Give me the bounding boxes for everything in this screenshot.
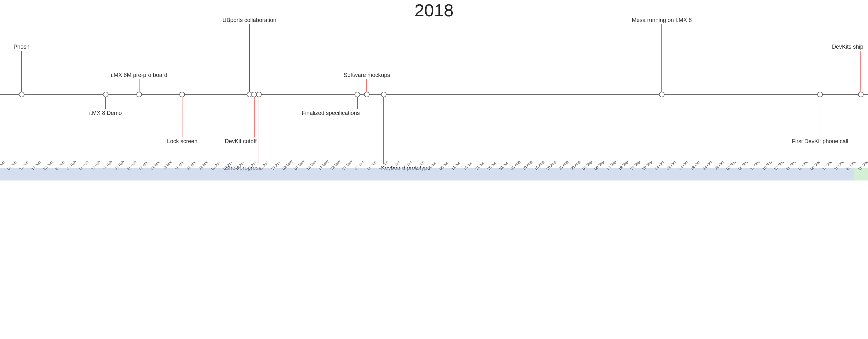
axis-tick: 23 Dec [845, 160, 857, 171]
axis-tick: 01 Feb [66, 160, 78, 171]
axis-tick: 29 Sep [641, 160, 653, 171]
axis-tick: 20 Aug [546, 160, 557, 171]
axis-tick: 23 Mar [186, 160, 197, 171]
event-label: Lock screen [167, 138, 197, 145]
axis-tick: 24 Sep [629, 160, 641, 171]
event-label: DevKit cutoff [225, 138, 257, 145]
axis-tick: 19 Sep [618, 160, 629, 171]
event-stem [105, 97, 106, 109]
event-label: Software mockups [344, 72, 390, 79]
axis-tick: 01 Jul [427, 161, 437, 171]
axis-tick: 25 Aug [558, 160, 569, 171]
event-marker [179, 92, 185, 97]
event-marker [19, 92, 25, 97]
axis-tick: 05 Aug [510, 160, 521, 171]
axis-tick: 27 Apr [270, 160, 281, 171]
event-label: UBports collaboration [222, 17, 276, 24]
axis-tick: 22 Apr [258, 160, 269, 171]
axis-tick: 12 Jan [18, 160, 29, 171]
axis-tick: 14 Oct [678, 160, 689, 171]
event-label: i.MX 8M pre-pro board [111, 72, 167, 79]
axis-tick: 23 Nov [773, 160, 785, 171]
axis-tick: 13 Nov [749, 160, 761, 171]
axis-tick: 03 Dec [797, 160, 809, 171]
axis-tick: 27 May [341, 159, 353, 171]
axis-tick: 04 Oct [654, 160, 665, 171]
axis-tick: 06 Jul [438, 161, 449, 171]
axis-tick: 03 Nov [725, 160, 737, 171]
event-label: First DevKit phone call [792, 138, 848, 145]
event-label: Mesa running on I.MX 8 [632, 17, 692, 24]
event-marker [659, 92, 664, 97]
axis-tick: 06 Feb [78, 160, 89, 171]
axis-tick: 18 Dec [833, 160, 845, 171]
axis-tick: 08 Mar [150, 160, 161, 171]
axis-tick: 26 Feb [126, 160, 137, 171]
chart-title: 2018 [0, 0, 868, 20]
axis-tick: 10 Aug [522, 160, 533, 171]
axis-tick: 13 Dec [821, 160, 833, 171]
axis-tick: 28 Dec [857, 160, 868, 171]
axis-tick: 14 Sep [606, 160, 617, 171]
event-stem [861, 51, 861, 92]
event-marker [381, 92, 386, 97]
event-stem [182, 97, 182, 138]
axis-tick: 06 Jun [366, 160, 377, 171]
axis-tick: 02 Apr [210, 160, 221, 171]
axis-tick: 17 May [317, 159, 330, 171]
event-stem [661, 24, 662, 92]
event-marker [858, 92, 864, 97]
axis-tick: 13 Mar [162, 160, 173, 171]
axis-tick: 28 Mar [198, 160, 209, 171]
axis-tick: 18 Mar [174, 160, 185, 171]
axis-tick: 26 Jul [487, 161, 497, 171]
axis-tick: 21 Jul [474, 161, 485, 171]
event-marker [364, 92, 370, 97]
axis-tick: 07 Jan [6, 160, 17, 171]
axis-tick: 22 May [330, 159, 341, 171]
event-label: DevKits ship [832, 44, 863, 50]
axis-tick: 09 Oct [666, 160, 677, 171]
axis-tick: 08 Nov [737, 160, 749, 171]
axis-tick: 11 Feb [90, 160, 101, 171]
event-stem [383, 97, 384, 164]
event-stem [254, 97, 254, 138]
axis-tick: 24 Oct [702, 160, 713, 171]
axis-tick: 21 Feb [114, 160, 125, 171]
axis-tick: 03 Mar [138, 160, 149, 171]
axis-tick: 27 Jan [54, 160, 65, 171]
event-marker [136, 92, 142, 97]
axis-tick: 07 May [293, 159, 305, 171]
axis-tick: 04 Sep [582, 160, 593, 171]
event-stem [21, 51, 22, 92]
event-label: Finalized specifications [302, 110, 360, 116]
axis-tick: 16 Jul [463, 161, 473, 171]
axis-tick: 15 Aug [533, 160, 545, 171]
axis-tick: 02 Jan [0, 160, 5, 171]
event-stem [249, 24, 250, 92]
axis-tick: 22 Jan [42, 160, 53, 171]
timeline-axis-line [0, 94, 868, 95]
axis-tick: 31 Jul [498, 161, 509, 171]
axis-tick: 12 May [306, 159, 317, 171]
axis-tick: 30 Aug [569, 160, 581, 171]
event-stem [357, 97, 358, 109]
axis-tick: 16 Feb [102, 160, 114, 171]
event-label: i.MX 8 Demo [89, 110, 122, 116]
axis-tick: 18 Nov [762, 160, 773, 171]
event-marker [103, 92, 108, 97]
event-stem [258, 97, 259, 164]
axis-tick: 09 Sep [593, 160, 605, 171]
axis-tick: 29 Oct [714, 160, 725, 171]
axis-tick: 28 Nov [785, 160, 797, 171]
event-marker [354, 92, 360, 97]
axis-tick: 02 May [281, 159, 293, 171]
axis-tick: 19 Oct [690, 160, 701, 171]
event-stem [367, 79, 367, 92]
axis-tick: 17 Jan [30, 160, 41, 171]
event-marker [817, 92, 823, 97]
event-marker [256, 92, 262, 97]
axis-tick: 11 Jul [451, 161, 461, 171]
axis-tick: 08 Dec [809, 160, 821, 171]
event-label: Phosh [13, 44, 29, 50]
